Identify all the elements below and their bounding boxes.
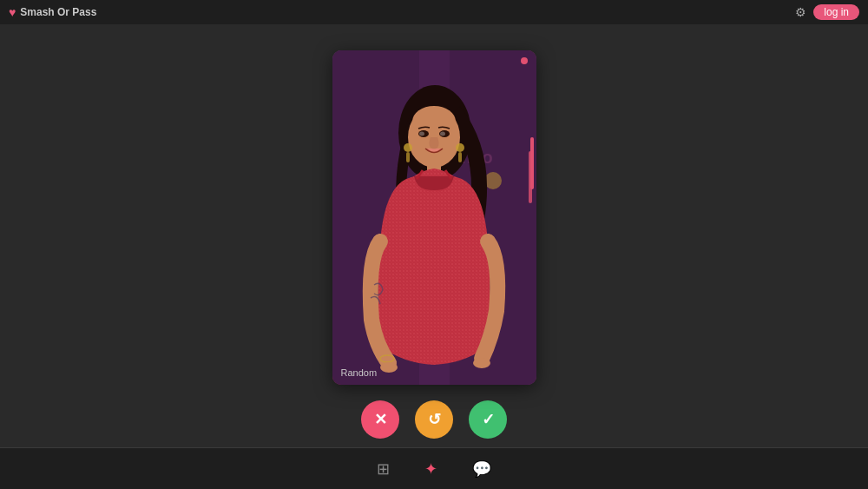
scroll-indicator: [529, 151, 532, 203]
main-content: nbo: [0, 24, 868, 465]
login-button[interactable]: log in: [813, 4, 859, 20]
settings-icon[interactable]: ⚙: [795, 5, 806, 19]
svg-rect-15: [458, 152, 462, 162]
card-label: Random: [341, 367, 378, 378]
footer: ⊞ ✦ 💬: [0, 447, 868, 489]
header: ♥ Smash Or Pass ⚙ log in: [0, 0, 868, 24]
logo-area: ♥ Smash Or Pass: [9, 5, 96, 19]
svg-point-23: [473, 358, 490, 368]
logo-heart-icon: ♥: [9, 5, 16, 19]
card-illustration: nbo: [332, 50, 536, 385]
undo-button[interactable]: ↺: [415, 400, 453, 439]
star-icon[interactable]: ✦: [424, 459, 437, 479]
app-title: Smash Or Pass: [20, 6, 96, 18]
card-dot: [521, 57, 528, 64]
card-image: nbo: [332, 50, 536, 385]
header-right: ⚙ log in: [795, 4, 859, 20]
action-buttons: ✕ ↺ ✓: [361, 400, 507, 439]
svg-point-11: [440, 132, 445, 136]
smash-button[interactable]: ✓: [469, 400, 507, 439]
grid-icon[interactable]: ⊞: [377, 459, 390, 479]
person-card[interactable]: nbo: [332, 50, 536, 385]
chat-icon[interactable]: 💬: [472, 459, 491, 479]
svg-point-12: [404, 143, 412, 152]
svg-rect-13: [406, 152, 410, 162]
pass-button[interactable]: ✕: [361, 400, 399, 439]
svg-point-22: [380, 362, 398, 373]
svg-point-14: [456, 143, 464, 152]
svg-point-10: [419, 132, 424, 136]
